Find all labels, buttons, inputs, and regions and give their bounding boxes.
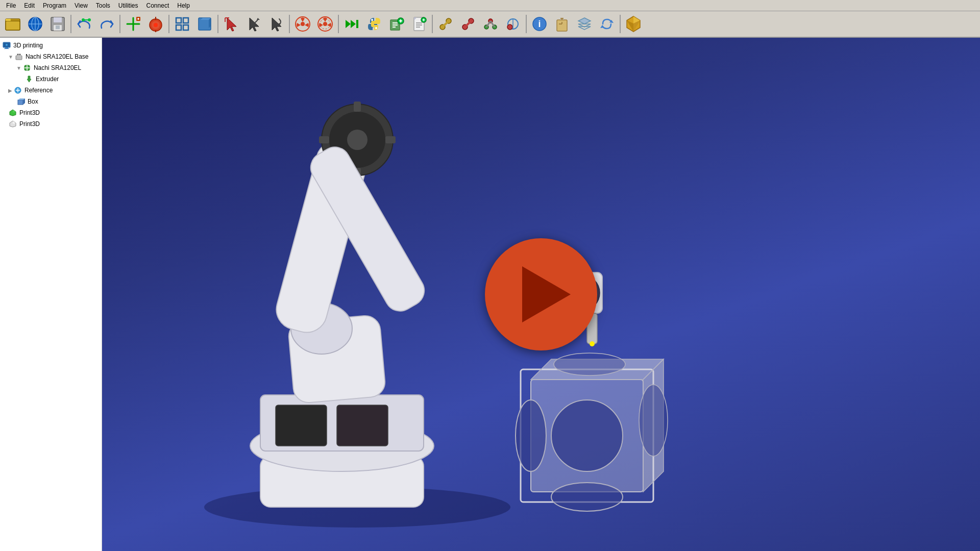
svg-point-149	[639, 385, 668, 456]
svg-marker-44	[346, 20, 351, 28]
extruder-icon	[24, 74, 34, 84]
tree-item-nachi[interactable]: ▼ Nachi SRA120EL	[0, 62, 102, 73]
collapse-icon2: ▼	[16, 65, 21, 71]
svg-rect-109	[18, 100, 23, 105]
menu-edit[interactable]: Edit	[20, 1, 39, 10]
radiation2-btn[interactable]	[314, 13, 336, 35]
svg-point-41	[323, 22, 327, 26]
target-btn[interactable]	[145, 13, 166, 35]
python-btn[interactable]	[363, 13, 385, 35]
svg-point-21	[154, 23, 158, 27]
svg-point-48	[375, 27, 377, 29]
collapse-icon: ▼	[8, 54, 13, 60]
fit-btn[interactable]	[172, 13, 193, 35]
tree-label-reference: Reference	[24, 87, 53, 94]
svg-rect-99	[16, 56, 22, 60]
add-btn[interactable]	[122, 13, 144, 35]
svg-rect-122	[337, 405, 388, 446]
svg-rect-26	[176, 25, 181, 30]
tree-item-extruder[interactable]: Extruder	[0, 73, 102, 85]
timer-btn[interactable]	[551, 13, 573, 35]
svg-point-98	[6, 44, 8, 46]
web-btn[interactable]	[24, 13, 46, 35]
tree-item-print3d-1[interactable]: Print3D	[0, 107, 102, 118]
svg-marker-31	[227, 18, 236, 31]
sep-1	[70, 15, 71, 33]
robot-base-icon	[14, 52, 23, 61]
sep-5	[289, 15, 290, 33]
layers-btn[interactable]	[574, 13, 595, 35]
svg-point-128	[347, 130, 368, 150]
svg-rect-95	[5, 47, 8, 48]
svg-rect-131	[319, 136, 329, 143]
viewport-3d[interactable]	[102, 38, 980, 551]
tool2-btn[interactable]	[457, 13, 479, 35]
menu-utilities[interactable]: Utilities	[114, 1, 142, 10]
play-triangle-icon	[522, 266, 571, 322]
select-btn[interactable]	[220, 13, 242, 35]
svg-line-69	[465, 21, 471, 27]
svg-marker-85	[578, 18, 591, 24]
forward-btn[interactable]	[341, 13, 362, 35]
tool4-btn[interactable]	[502, 13, 524, 35]
tree-label-3dprinting: 3D printing	[13, 42, 43, 49]
svg-rect-24	[176, 18, 181, 23]
svg-rect-129	[354, 102, 361, 112]
sep-9	[620, 15, 621, 33]
save-btn[interactable]	[47, 13, 68, 35]
menu-program[interactable]: Program	[39, 1, 70, 10]
undo-btn[interactable]	[74, 13, 95, 35]
svg-rect-10	[56, 26, 60, 29]
menu-connect[interactable]: Connect	[142, 1, 174, 10]
svg-rect-25	[183, 18, 188, 23]
svg-rect-132	[385, 136, 396, 143]
svg-point-101	[17, 54, 18, 56]
menu-file[interactable]: File	[2, 1, 20, 10]
tree-label-print3d-2: Print3D	[19, 120, 40, 128]
tree-item-reference[interactable]: ▶ Reference	[0, 85, 102, 96]
menu-view[interactable]: View	[70, 1, 92, 10]
open-file-btn[interactable]	[2, 13, 23, 35]
info-btn[interactable]: i	[529, 13, 550, 35]
refresh-btn[interactable]	[596, 13, 618, 35]
radiation-btn[interactable]	[292, 13, 313, 35]
tree-item-print3d-2[interactable]: Print3D	[0, 118, 102, 130]
add2-btn[interactable]	[386, 13, 407, 35]
print3d-white-icon	[8, 119, 17, 129]
svg-point-141	[590, 341, 595, 346]
tool1-btn[interactable]	[435, 13, 456, 35]
sep-3	[168, 15, 169, 33]
play-button[interactable]	[485, 238, 597, 350]
svg-point-145	[516, 400, 546, 471]
svg-rect-27	[183, 25, 188, 30]
tree-label-print3d-1: Print3D	[19, 109, 40, 116]
menu-help[interactable]: Help	[173, 1, 194, 10]
tree-item-nachi-base[interactable]: ▼ Nachi SRA120EL Base	[0, 51, 102, 62]
svg-point-144	[551, 400, 623, 471]
tree-item-3dprinting[interactable]: 3D printing	[0, 40, 102, 51]
view3d-btn[interactable]	[194, 13, 215, 35]
svg-rect-46	[356, 20, 358, 28]
sep-8	[526, 15, 527, 33]
svg-rect-1	[6, 21, 20, 30]
print3d-green-icon	[8, 108, 17, 117]
sidebar-tree: 3D printing ▼ Nachi SRA120EL Base ▼	[0, 38, 102, 551]
move-btn[interactable]	[243, 13, 264, 35]
rotate-btn[interactable]	[265, 13, 287, 35]
expand-icon: ▶	[8, 88, 12, 93]
svg-text:i: i	[538, 19, 541, 29]
main-layout: 3D printing ▼ Nachi SRA120EL Base ▼	[0, 38, 980, 551]
redo-btn[interactable]	[96, 13, 117, 35]
gem-btn[interactable]	[623, 13, 644, 35]
tree-label-nachi-base: Nachi SRA120EL Base	[26, 53, 89, 60]
svg-point-102	[19, 54, 20, 56]
svg-point-39	[301, 22, 305, 26]
svg-rect-2	[6, 19, 11, 21]
tree-item-box[interactable]: Box	[0, 96, 102, 107]
tool3-btn[interactable]	[480, 13, 501, 35]
svg-rect-121	[276, 405, 327, 446]
menu-tools[interactable]: Tools	[92, 1, 114, 10]
doc-btn[interactable]	[408, 13, 430, 35]
toolbar: i	[0, 11, 980, 38]
tree-label-nachi: Nachi SRA120EL	[34, 64, 81, 71]
